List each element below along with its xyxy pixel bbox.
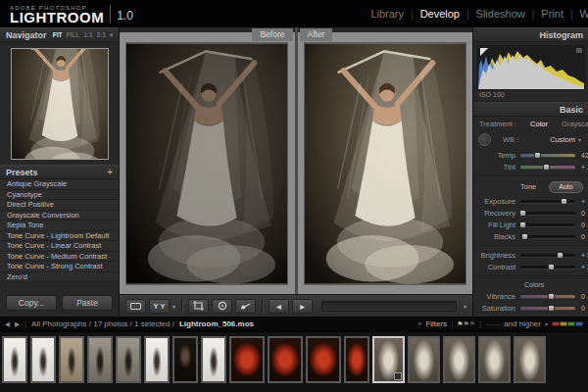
treatment-color-option[interactable]: Color [530, 120, 548, 128]
slider-thumb[interactable] [534, 152, 541, 159]
next-photo-button[interactable]: ▶ [292, 299, 313, 314]
color-filter-chip[interactable] [567, 321, 575, 326]
module-tab-slideshow[interactable]: Slideshow [476, 8, 525, 20]
crop-tool-button[interactable] [188, 299, 209, 314]
slider-track[interactable] [520, 154, 575, 157]
filmstrip-thumb[interactable] [408, 336, 440, 383]
module-tab-library[interactable]: Library [370, 8, 404, 20]
after-photo[interactable] [305, 43, 466, 284]
module-tab-develop[interactable]: Develop [420, 8, 460, 20]
preset-item[interactable]: Cyanotype [0, 190, 119, 201]
slider-thumb[interactable] [557, 252, 564, 259]
filmstrip-thumb[interactable] [344, 336, 369, 383]
before-after-view-button[interactable]: Y Y [149, 299, 170, 314]
slider-track[interactable] [520, 200, 575, 203]
copy-button[interactable]: Copy... [6, 295, 57, 311]
filmstrip-thumb[interactable] [229, 336, 265, 383]
slider-track[interactable] [520, 235, 575, 238]
nav-forward-button[interactable]: ▶ [15, 320, 20, 328]
filmstrip-thumb[interactable] [478, 336, 511, 383]
slider-thumb[interactable] [543, 164, 550, 171]
presets-header[interactable]: Presets + [0, 165, 119, 179]
filters-label[interactable]: Filters [425, 319, 447, 328]
filters-expand-icon[interactable]: » [417, 319, 421, 328]
toolbar-slider-track[interactable] [321, 301, 457, 312]
zoom-option-fill[interactable]: FILL [66, 31, 79, 38]
rating-rule-label[interactable]: and higher [504, 319, 541, 328]
preset-item[interactable]: Tone Curve - Lightroom Default [0, 231, 119, 242]
filmstrip-thumb[interactable] [2, 336, 27, 383]
slider-track[interactable] [520, 254, 575, 257]
module-tab-web[interactable]: Web [580, 8, 588, 20]
slider-thumb[interactable] [519, 221, 526, 228]
color-filter-chip[interactable] [552, 321, 560, 326]
slider-track[interactable] [520, 166, 575, 169]
filmstrip-thumb[interactable] [268, 336, 303, 383]
slider-thumb[interactable] [521, 233, 528, 240]
color-filter-chip[interactable] [560, 321, 567, 326]
filmstrip-thumb[interactable] [201, 336, 226, 383]
slider-thumb[interactable] [548, 305, 555, 312]
selected-filename[interactable]: Lightroom_506.mos [179, 319, 254, 328]
treatment-grayscale-option[interactable]: Grayscale [562, 120, 588, 128]
nav-back-button[interactable]: ◀ [5, 320, 10, 328]
filmstrip-thumb[interactable] [372, 336, 405, 383]
filmstrip-thumb[interactable] [144, 336, 170, 383]
histogram-graph[interactable] [477, 45, 585, 90]
paste-button[interactable]: Paste [62, 295, 113, 311]
rating-dot-icon[interactable]: · [497, 319, 500, 329]
filmstrip-thumb[interactable] [59, 336, 84, 383]
flag-reject-icon[interactable]: ⚑ [469, 320, 475, 327]
slider-track[interactable] [520, 212, 575, 215]
preset-item[interactable]: Zero'd [0, 272, 119, 283]
zoom-option-3-1[interactable]: 3:1 [97, 31, 106, 38]
slider-thumb[interactable] [548, 264, 555, 270]
filmstrip-thumb[interactable] [306, 336, 341, 383]
filmstrip-thumb[interactable] [116, 336, 141, 383]
slider-track[interactable] [520, 223, 575, 226]
zoom-caret-icon[interactable]: ▾ [110, 31, 113, 38]
toolbar-options-caret-icon[interactable]: ▾ [464, 303, 466, 310]
preset-item[interactable]: Grayscale Conversion [0, 211, 119, 221]
add-preset-button[interactable]: + [107, 167, 113, 177]
zoom-option-fit[interactable]: FIT [53, 31, 63, 38]
rating-filter-group: ····· [485, 319, 500, 329]
zoom-option-1-1[interactable]: 1:1 [83, 31, 92, 38]
filmstrip-thumb[interactable] [443, 336, 475, 383]
navigator-preview[interactable] [11, 48, 109, 160]
white-balance-eyedropper-icon[interactable] [478, 133, 491, 146]
preset-item[interactable]: Tone Curve - Strong Contrast [0, 262, 119, 272]
before-photo[interactable] [126, 43, 287, 284]
view-mode-caret-icon[interactable]: ▾ [172, 303, 175, 310]
rating-rule-caret-icon[interactable]: ▾ [545, 320, 548, 327]
filmstrip-thumb[interactable] [514, 336, 546, 383]
preset-item[interactable]: Tone Curve - Medium Contrast [0, 252, 119, 263]
filmstrip-thumb[interactable] [30, 336, 56, 383]
auto-tone-button[interactable]: Auto [549, 181, 582, 193]
wb-caret-icon[interactable]: ▾ [578, 136, 581, 143]
tone-label: Tone [520, 182, 536, 191]
filmstrip-thumb[interactable] [172, 336, 198, 383]
preset-item[interactable]: Antique Grayscale [0, 179, 119, 190]
slider-thumb[interactable] [548, 293, 555, 300]
previous-photo-button[interactable]: ◀ [269, 299, 289, 314]
basic-header[interactable]: Basic [473, 102, 588, 117]
red-eye-tool-button[interactable] [235, 299, 256, 314]
histogram-header[interactable]: Histogram [473, 27, 588, 42]
wb-value[interactable]: Custom [550, 135, 575, 144]
navigator-header[interactable]: Navigator FITFILL1:13:1▾ [0, 27, 119, 42]
filmstrip-thumb[interactable] [87, 336, 113, 383]
slider-thumb[interactable] [561, 198, 567, 205]
preset-item[interactable]: Direct Positive [0, 200, 119, 211]
loupe-view-button[interactable] [125, 299, 146, 314]
preset-item[interactable]: Tone Curve - Linear Contrast [0, 241, 119, 252]
slider-track[interactable] [520, 295, 575, 298]
spot-removal-button[interactable] [212, 299, 232, 314]
source-breadcrumb[interactable]: All Photographs / 17 photos / 1 selected… [31, 319, 174, 328]
slider-track[interactable] [520, 266, 575, 269]
preset-item[interactable]: Sepia Tone [0, 220, 119, 231]
slider-track[interactable] [520, 307, 575, 310]
module-tab-print[interactable]: Print [541, 8, 564, 20]
slider-thumb[interactable] [519, 210, 526, 217]
color-filter-chip[interactable] [575, 321, 583, 326]
